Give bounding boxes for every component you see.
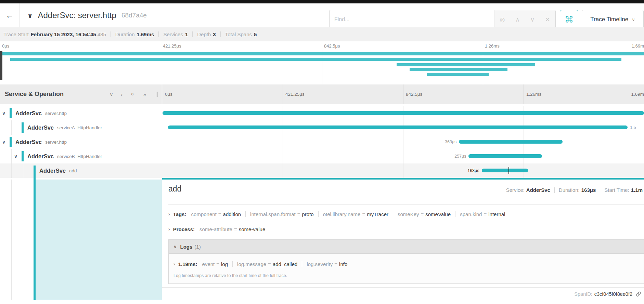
span-name-cell[interactable]: ∨AdderSvcserviceB_HttpHandler <box>0 149 162 163</box>
minimap-tick-label: 1.69m <box>632 43 644 49</box>
span-name[interactable]: AdderSvcserviceA_HttpHandler <box>0 120 162 135</box>
collapse-one-chevron-down-icon[interactable]: ∨ <box>110 84 113 104</box>
view-selector-button[interactable]: Trace Timeline ∨ <box>582 10 644 29</box>
back-arrow-icon: ← <box>5 11 14 20</box>
service-name: AdderSvc <box>15 110 42 117</box>
find-input[interactable] <box>330 10 494 29</box>
operation-name: add <box>69 168 77 173</box>
services-label: Services <box>163 31 183 37</box>
log-entry-time: 1.19ms: <box>178 261 197 267</box>
next-match-chevron-down-icon[interactable]: ∨ <box>530 16 534 23</box>
span-name[interactable]: AdderSvcserver.http <box>0 106 162 120</box>
service-accent-bar <box>34 166 36 176</box>
kv-key: someKey <box>398 211 419 217</box>
bottom-border <box>0 300 644 300</box>
separator <box>600 187 600 193</box>
column-resizer-grip[interactable] <box>157 92 158 97</box>
minimap-span-bar <box>410 68 507 71</box>
prev-match-chevron-up-icon[interactable]: ∧ <box>515 16 519 23</box>
span-id-label: SpanID: <box>574 291 592 297</box>
expand-chevron-icon[interactable]: ∨ <box>2 135 5 149</box>
separator <box>232 261 233 267</box>
collapse-all-icon[interactable]: » <box>131 84 134 104</box>
column-resizer-grip[interactable] <box>156 92 156 97</box>
span-row[interactable]: AdderSvcadd163μs <box>0 163 644 178</box>
command-icon: ⌘ <box>565 14 574 25</box>
log-entry-row[interactable]: › 1.19ms: event=loglog.message=add_calle… <box>173 259 347 269</box>
start-time-value: 1.1m <box>631 187 643 193</box>
chevron-down-icon: ∨ <box>173 244 177 249</box>
span-name[interactable]: AdderSvcserviceB_HttpHandler <box>0 149 162 163</box>
trace-title-group: ∨ AdderSvc: server.http 68d7a4e <box>27 3 147 27</box>
locate-icon[interactable]: ◎ <box>500 16 505 23</box>
span-row[interactable]: ∨AdderSvcserver.http363μs <box>0 135 644 149</box>
kv-value: myTracer <box>367 211 388 217</box>
back-button[interactable]: ← <box>0 3 20 28</box>
keyboard-shortcuts-button[interactable]: ⌘ <box>560 10 578 29</box>
kv-equals: = <box>218 211 221 217</box>
span-row[interactable]: AdderSvcserviceA_HttpHandler1.5 <box>0 120 644 135</box>
minimap-tick-label: 1.26ms <box>485 43 500 49</box>
divider <box>168 204 644 205</box>
chevron-down-icon: ∨ <box>632 17 635 22</box>
trace-minimap[interactable]: 0μs 421.25μs 842.5μs 1.26ms 1.69m <box>0 41 644 85</box>
span-bar[interactable] <box>468 154 542 158</box>
span-name[interactable]: AdderSvcadd <box>0 163 162 178</box>
kv-key: otel.library.name <box>323 211 361 217</box>
duration-value: 163μs <box>581 187 596 193</box>
logs-header[interactable]: ∨ Logs (1) <box>169 240 644 254</box>
timeline-tick-label: 1.69m <box>631 84 644 104</box>
kv-key: span.kind <box>460 211 482 217</box>
expand-chevron-icon[interactable]: ∨ <box>14 149 17 163</box>
total-spans-label: Total Spans <box>225 31 252 37</box>
service-accent-bar <box>10 108 12 118</box>
service-value: AdderSvc <box>526 187 550 193</box>
timeline-tick-label: 842.5μs <box>406 84 422 104</box>
top-edge-bar <box>0 0 644 3</box>
tree-guide-line <box>11 120 12 135</box>
timeline-column-header: Service & Operation ∨ › » » 0μs 421.25μs… <box>0 84 644 104</box>
clear-search-icon[interactable]: ✕ <box>545 16 550 23</box>
span-row[interactable]: ∨AdderSvcserviceB_HttpHandler257μs <box>0 149 644 163</box>
span-duration-label: 1.5 <box>630 120 636 135</box>
expand-chevron-icon[interactable]: ∨ <box>2 106 5 120</box>
timeline-grid-line <box>403 106 403 178</box>
span-name[interactable]: AdderSvcserver.http <box>0 135 162 149</box>
span-name-cell[interactable]: ∨AdderSvcserver.http <box>0 135 162 149</box>
process-list: some-attribute=some-value <box>199 226 265 232</box>
span-bar[interactable] <box>482 169 528 172</box>
span-bar[interactable] <box>459 140 563 144</box>
separator <box>245 211 246 217</box>
span-row[interactable]: ∨AdderSvcserver.http <box>0 106 644 120</box>
separator <box>220 31 221 37</box>
trace-summary-bar: Trace Start February 15 2023, 16:54:45.4… <box>0 27 644 41</box>
expand-all-icon[interactable]: » <box>143 84 146 104</box>
span-name-cell[interactable]: AdderSvcadd <box>0 163 162 178</box>
duration-value: 1.69ms <box>137 31 154 37</box>
kv-value: info <box>339 261 347 267</box>
tags-section-row[interactable]: › Tags: component=additioninternal.span.… <box>168 209 644 219</box>
chevron-down-icon[interactable]: ∨ <box>27 12 33 19</box>
separator <box>455 211 455 217</box>
process-section-row[interactable]: › Process: some-attribute=some-value <box>168 224 644 234</box>
span-bar[interactable] <box>168 125 628 129</box>
service-accent-bar <box>22 151 24 161</box>
kv-equals: = <box>216 261 219 267</box>
span-bar[interactable] <box>163 111 644 115</box>
service-label: Service: <box>506 187 525 193</box>
span-name-cell[interactable]: ∨AdderSvcserver.http <box>0 106 162 120</box>
column-divider[interactable] <box>162 84 162 104</box>
trace-start-fraction: .485 <box>96 31 106 37</box>
range-drag-handle[interactable] <box>0 51 2 80</box>
operation-name: serviceB_HttpHandler <box>57 154 102 159</box>
kv-equals: = <box>362 211 365 217</box>
timeline-tick-line <box>403 84 403 104</box>
link-icon[interactable] <box>636 291 641 297</box>
kv-key: log.severity <box>307 261 333 267</box>
span-name-cell[interactable]: AdderSvcserviceA_HttpHandler <box>0 120 162 135</box>
tree-guide-line <box>11 163 12 178</box>
service-name: AdderSvc <box>15 139 42 145</box>
expand-one-chevron-right-icon[interactable]: › <box>121 84 123 104</box>
kv-equals: = <box>334 261 337 267</box>
double-chevron-down-icon: » <box>130 93 136 95</box>
